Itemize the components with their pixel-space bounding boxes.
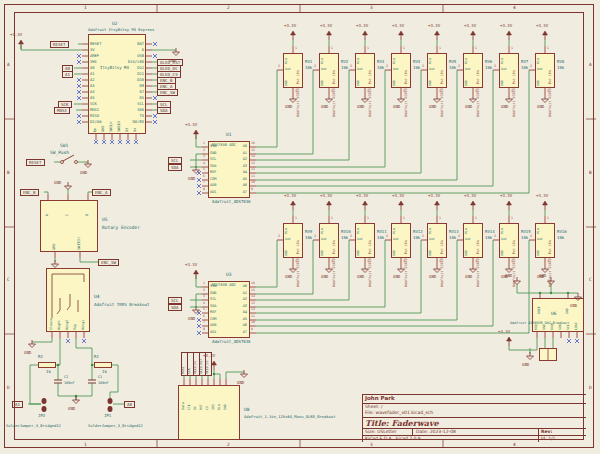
resistor-r2[interactable] bbox=[38, 362, 56, 368]
pot-pin-name: Vin bbox=[501, 58, 504, 64]
adc-pin-name: A6 bbox=[230, 324, 247, 328]
pot-part-text: Adafruit SC6035 Pot 10k bbox=[513, 240, 516, 287]
oled-pin-name: Vin bbox=[218, 404, 221, 410]
oled-value: Adafruit_1.3in_128x64_Mono_OLED_Breakout bbox=[244, 415, 335, 419]
adc-pin-number: 1 bbox=[203, 142, 205, 145]
pot-part-text: Adafruit SC6035 Pot 10k bbox=[549, 70, 552, 117]
mcu-value: Adafruit ItsyBitsy M4 Express bbox=[88, 28, 154, 32]
net-label-enc_a[interactable]: ENC_A bbox=[92, 189, 111, 196]
oled-pin-name: GND bbox=[224, 404, 227, 410]
net-label-a1[interactable]: A1 bbox=[12, 401, 23, 408]
titleblock-date: Date: 2023-12-08 bbox=[416, 430, 456, 435]
encoder-symbol[interactable] bbox=[40, 200, 98, 252]
mcu-pin-name: G bbox=[114, 48, 144, 52]
v33-power-label: +3.3V bbox=[498, 330, 510, 334]
adc-pin-name: COM bbox=[210, 318, 217, 322]
resistor-ref: R2 bbox=[38, 355, 43, 359]
net-label-sda[interactable]: SDA bbox=[168, 304, 182, 311]
mcu-pin-name: D4 bbox=[134, 128, 138, 132]
net-label-a1[interactable]: A1 bbox=[62, 71, 73, 78]
dac-pin-name: SCL bbox=[567, 324, 570, 330]
net-label-sda[interactable]: SDA bbox=[168, 164, 182, 171]
pot-pin-name: Out bbox=[537, 238, 543, 241]
net-label-scl[interactable]: SCL bbox=[168, 297, 182, 304]
pot-value: 10k bbox=[305, 236, 312, 240]
net-label-reset[interactable]: RESET bbox=[26, 159, 45, 166]
adc-pin-number: 3 bbox=[203, 295, 205, 298]
gnd-power-label: GND bbox=[539, 274, 546, 278]
audio-connector[interactable] bbox=[539, 348, 557, 361]
v33-power-label: +3.3V bbox=[284, 24, 296, 28]
v33-power-label: +3.3V bbox=[428, 24, 440, 28]
adc-pin-number: 9 bbox=[251, 328, 253, 331]
pot-part-text: Adafruit SC6035 Pot 10k bbox=[477, 70, 480, 117]
net-label-scl[interactable]: SCL bbox=[168, 157, 182, 164]
dac-pin-name: LDAC bbox=[575, 322, 578, 330]
oled-pin-name: CS bbox=[206, 406, 209, 410]
pot-value: 10k bbox=[449, 66, 456, 70]
pot-value: 10k bbox=[377, 236, 384, 240]
net-label-a0[interactable]: A0 bbox=[124, 401, 135, 408]
pot-pin-name: Vin bbox=[465, 228, 468, 234]
net-label-sda[interactable]: SDA bbox=[157, 107, 171, 114]
mcu-pin-name: GND bbox=[102, 126, 106, 132]
adc-pin-name: A6 bbox=[230, 184, 247, 188]
resistor-r1[interactable] bbox=[94, 362, 112, 368]
net-label-reset[interactable]: RESET bbox=[50, 41, 69, 48]
net-label-text: OLED_DC bbox=[194, 361, 197, 374]
adc-pin-name: AD1 bbox=[210, 331, 217, 335]
encoder-pin-name: GND bbox=[53, 244, 57, 250]
adc-pin-name: REF bbox=[210, 311, 217, 315]
resistor-value: 1k bbox=[102, 370, 107, 374]
trrs-value: Adafruit TRRS Breakout bbox=[94, 303, 149, 307]
jumper-value-jp2: SolderJumper_3_Bridged12 bbox=[6, 424, 61, 428]
mcu-pin-name: En bbox=[94, 128, 98, 132]
mcu-pin-name: D10 bbox=[114, 78, 144, 82]
pot-part-text: Adafruit SC6035 Pot 10k bbox=[297, 240, 300, 287]
mcu-pin-name: D7 bbox=[114, 90, 144, 94]
pot-part-text: Adafruit SC6035 Pot 10k bbox=[513, 70, 516, 117]
pot-value: 10k bbox=[557, 236, 564, 240]
gnd-power-label: GND bbox=[24, 351, 31, 355]
adc-pin-name: A5 bbox=[230, 318, 247, 322]
v33-power-label: +3.3V bbox=[428, 194, 440, 198]
oled-symbol[interactable] bbox=[178, 385, 240, 440]
net-label-enc_b[interactable]: ENC_B bbox=[20, 189, 39, 196]
net-label-enc_sw[interactable]: ENC_SW bbox=[157, 89, 178, 96]
pot-pin-name: Vin bbox=[501, 228, 504, 234]
pot-pin-name: GND bbox=[501, 80, 504, 86]
net-label-enc_sw[interactable]: ENC_SW bbox=[98, 259, 119, 266]
pot-ref: RV8 bbox=[557, 60, 564, 64]
adc-pin-number: 2 bbox=[203, 149, 205, 152]
mcu-pin-name: TX bbox=[114, 114, 144, 118]
pot-pin-number: 1 bbox=[439, 47, 441, 50]
switch-ref: SW1 bbox=[60, 144, 68, 149]
pot-pin-name: GND bbox=[465, 250, 468, 256]
v33-power-label: +3.3V bbox=[464, 24, 476, 28]
pot-pin-name: Vin bbox=[429, 228, 432, 234]
frame-row-label: A bbox=[589, 63, 592, 68]
gnd-power-label: GND bbox=[237, 381, 244, 385]
trrs-pin-name: Ring1 bbox=[82, 320, 85, 330]
adc-pin-name: SCL bbox=[210, 158, 217, 162]
net-label-mosi[interactable]: MOSI bbox=[54, 107, 70, 114]
titleblock-tool: KiCad E.D.A. kicad 7.0.8 bbox=[365, 437, 421, 442]
v33-power-label: +3.3V bbox=[10, 33, 22, 37]
mcu-pin-name: SWDIO bbox=[118, 121, 122, 132]
dac-pin-name: VREF bbox=[538, 306, 541, 314]
oled-pin-name: RST bbox=[200, 404, 203, 410]
adc-pin-number: 8 bbox=[203, 328, 205, 331]
adc-pin-name: A0 bbox=[230, 145, 247, 149]
v33-power-label: +3.3V bbox=[536, 194, 548, 198]
mcu-pin-name: SDA bbox=[114, 108, 144, 112]
adc-footprint: Adafruit_ADS7830 bbox=[212, 340, 251, 344]
oled-pin-name: Clk bbox=[188, 404, 191, 410]
adc-pin-number: 1 bbox=[203, 282, 205, 285]
trrs-pin-name: Ring2 bbox=[66, 320, 69, 330]
mcu-pin-name: SCL bbox=[114, 102, 144, 106]
gnd-power-label: GND bbox=[285, 105, 292, 109]
pot-value: 10k bbox=[413, 236, 420, 240]
gnd-power-label: GND bbox=[393, 275, 400, 279]
cap-ref: C1 bbox=[98, 376, 102, 380]
mcu-pin-name: D2/A6 bbox=[90, 120, 101, 124]
